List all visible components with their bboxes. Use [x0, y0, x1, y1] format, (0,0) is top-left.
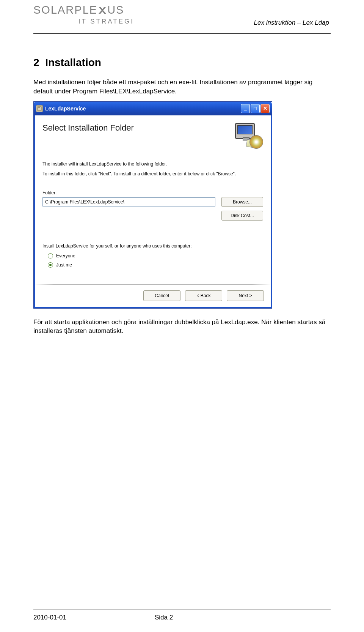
- header-divider: [33, 33, 331, 34]
- installer-icon: [36, 105, 43, 112]
- logo-text-before: SOLARPLE: [33, 4, 97, 16]
- window-title: LexLdapService: [45, 106, 241, 112]
- folder-input[interactable]: C:\Program Files\LEX\LexLdapService\: [42, 197, 215, 206]
- installer-heading: Select Installation Folder: [42, 123, 134, 133]
- cancel-button[interactable]: Cancel: [143, 290, 180, 301]
- scope-text: Install LexLdapService for yourself, or …: [42, 243, 263, 249]
- maximize-button[interactable]: □: [251, 104, 260, 113]
- svg-rect-0: [38, 107, 41, 110]
- after-paragraph: För att starta applikationen och göra in…: [33, 318, 331, 336]
- titlebar[interactable]: LexLdapService _ □ ✕: [34, 102, 272, 115]
- svg-rect-1: [38, 107, 40, 108]
- logo: SOLARPLEUS IT STRATEGI: [33, 4, 136, 25]
- justme-label: Just me: [56, 262, 72, 268]
- footer-divider: [33, 610, 331, 610]
- logo-x-icon: [98, 5, 107, 17]
- next-button[interactable]: Next >: [227, 290, 264, 301]
- everyone-label: Everyone: [56, 253, 75, 258]
- installer-graphic-icon: [233, 123, 263, 150]
- back-button[interactable]: < Back: [185, 290, 222, 301]
- installer-text-1: The installer will install LexLdapServic…: [42, 161, 263, 167]
- logo-text-after: US: [107, 4, 124, 16]
- section-paragraph: Med installationen följer både ett msi-p…: [33, 78, 331, 96]
- installer-window: LexLdapService _ □ ✕ Select Installation…: [33, 101, 272, 309]
- page-footer: 2010-01-01 Sida 2: [33, 610, 331, 621]
- everyone-radio[interactable]: [48, 253, 53, 258]
- browse-button[interactable]: Browse...: [221, 197, 263, 207]
- document-title: Lex instruktion – Lex Ldap: [254, 19, 331, 27]
- divider: [35, 155, 271, 155]
- close-button[interactable]: ✕: [260, 104, 270, 113]
- installer-text-2: To install in this folder, click "Next".…: [42, 171, 263, 177]
- section-heading: 2 Installation: [33, 57, 331, 69]
- justme-radio[interactable]: [48, 262, 53, 268]
- minimize-button[interactable]: _: [241, 104, 250, 113]
- disk-cost-button[interactable]: Disk Cost...: [221, 211, 263, 221]
- logo-subtitle: IT STRATEGI: [33, 18, 136, 25]
- folder-label: Folder:: [42, 190, 263, 195]
- page-header: SOLARPLEUS IT STRATEGI Lex instruktion –…: [33, 0, 331, 27]
- footer-page: Sida 2: [155, 614, 173, 621]
- footer-date: 2010-01-01: [33, 614, 155, 621]
